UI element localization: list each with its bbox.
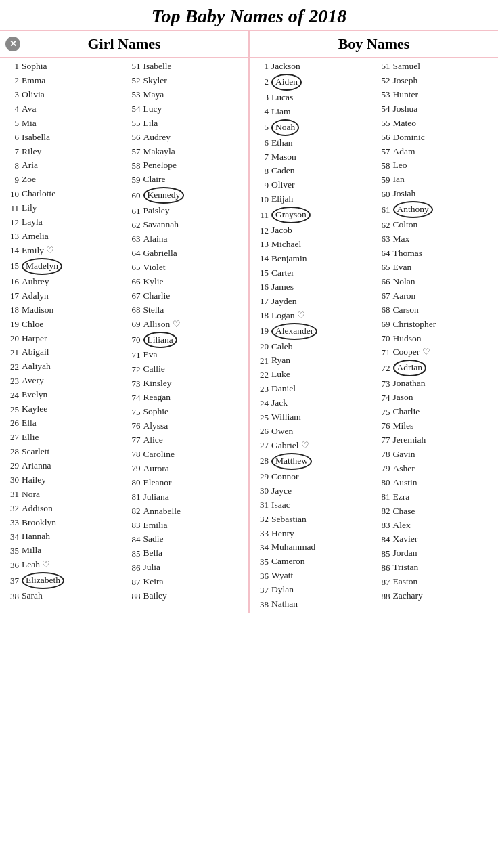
rank-number: 32 [254,513,269,526]
name-text: Alyssa [143,419,168,433]
name-text: Gavin [393,448,415,462]
rank-number: 54 [376,102,390,116]
name-text: Gabriella [143,246,177,261]
name-text: Matthew [271,453,312,470]
rank-number: 59 [376,173,390,187]
name-text: Miles [393,419,414,433]
list-item: 2Emma [3,74,124,88]
rank-number: 71 [376,346,390,360]
rank-number: 11 [4,202,19,215]
name-text: Jonathan [393,376,426,391]
name-text: Alexander [271,323,317,340]
name-text: Liam [271,105,291,119]
list-item: 11Lily [3,201,124,215]
name-text: Jack [271,396,288,410]
name-text: Isabella [22,131,50,145]
list-item: 22Luke [252,368,374,382]
list-item: 30Jayce [252,484,374,498]
rank-number: 76 [376,419,390,433]
list-item: 62Colton [374,218,496,232]
rank-number: 23 [4,374,19,388]
name-text: Makayla [143,145,175,159]
list-item: 4Liam [252,105,374,119]
rank-number: 64 [376,246,390,260]
name-text: Mia [22,116,37,131]
list-item: 51Samuel [374,60,496,74]
list-item: 82Annabelle [124,504,246,519]
rank-number: 19 [254,324,269,338]
close-button[interactable]: ✕ [5,37,20,51]
name-text: Leo [393,158,407,173]
rank-number: 16 [4,275,19,288]
name-text: Lucas [271,91,293,105]
rank-number: 85 [126,547,141,561]
list-item: 1Jackson [252,60,374,74]
list-item: 74Reagan [124,391,246,405]
rank-number: 52 [126,74,141,87]
rank-number: 75 [126,406,141,419]
list-item: 12Layla [3,215,124,230]
rank-number: 34 [254,541,269,555]
name-text: Kaylee [22,402,47,416]
rank-number: 31 [4,487,19,501]
rank-number: 35 [4,544,19,558]
list-item: 80Eleanor [124,476,246,490]
rank-number: 62 [376,219,390,232]
name-text: Hudson [393,332,422,346]
rank-number: 72 [126,363,141,376]
list-item: 15Carter [252,266,374,280]
name-text: Nora [22,487,40,502]
rank-number: 23 [254,383,269,396]
list-item: 11Grayson [252,207,374,223]
rank-number: 4 [4,102,19,116]
name-text: Chloe [22,318,43,332]
rank-number: 5 [254,121,269,134]
name-text: Maya [143,88,164,102]
rank-number: 53 [376,88,390,102]
list-item: 19Alexander [252,323,374,340]
name-text: Olivia [22,88,45,102]
list-item: 79Aurora [124,462,246,476]
rank-number: 30 [254,484,269,498]
rank-number: 65 [126,261,141,274]
name-text: Cooper ♡ [393,345,430,360]
list-item: 14Emily ♡ [3,244,124,258]
name-text: Brooklyn [22,516,56,530]
rank-number: 10 [4,188,19,201]
name-text: Nathan [271,597,298,611]
list-item: 8Caden [252,164,374,178]
rank-number: 18 [4,303,19,317]
rank-number: 65 [376,261,390,274]
name-text: Lila [143,116,158,131]
rank-number: 60 [376,188,390,201]
rank-number: 14 [4,244,19,257]
list-item: 70Hudson [374,332,496,346]
list-item: 67Aaron [374,289,496,303]
rank-number: 9 [4,173,19,187]
rank-number: 76 [126,419,141,433]
name-text: Colton [393,218,418,232]
list-item: 18Logan ♡ [252,309,374,323]
rank-number: 25 [4,403,19,416]
name-text: Skyler [143,74,167,88]
list-item: 76Miles [374,419,496,433]
list-item: 72Callie [124,362,246,376]
list-item: 77Jeremiah [374,433,496,448]
rank-number: 83 [126,519,141,532]
list-item: 78Caroline [124,448,246,462]
list-item: 74Jason [374,391,496,405]
list-item: 77Alice [124,433,246,448]
name-text: Savannah [143,218,179,232]
list-item: 7Mason [252,150,374,165]
list-item: 79Asher [374,462,496,476]
name-text: Audrey [143,131,171,145]
rank-number: 15 [254,266,269,280]
name-text: Bella [143,546,163,561]
rank-number: 87 [126,576,141,589]
rank-number: 6 [254,136,269,150]
name-text: Ethan [271,136,293,150]
rank-number: 37 [254,584,269,597]
name-text: Joshua [393,102,418,116]
list-item: 13Amelia [3,230,124,244]
name-text: Kennedy [143,187,185,204]
